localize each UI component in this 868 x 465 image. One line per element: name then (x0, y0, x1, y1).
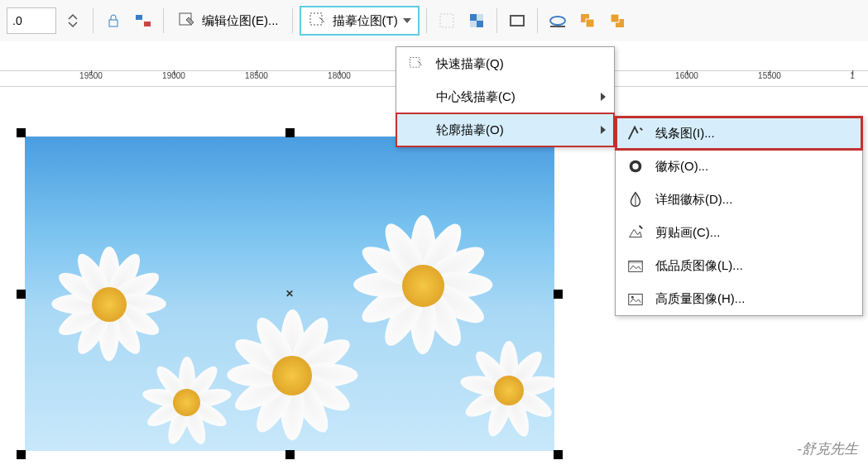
svg-rect-5 (440, 14, 453, 27)
selection-handle[interactable] (285, 128, 295, 137)
rectangle-icon[interactable] (504, 7, 530, 34)
menu-item-label: 低品质图像(L)... (655, 258, 743, 274)
wrap-icon[interactable] (544, 7, 571, 34)
menu-item-label: 中心线描摹(C) (436, 89, 516, 105)
menu-quick-trace[interactable]: 快速描摹(Q) (396, 47, 614, 80)
logo-icon (626, 156, 645, 176)
menu-item-label: 快速描摹(Q) (436, 56, 504, 72)
watermark: -舒克先生 (797, 439, 858, 458)
menu-item-label: 详细徽标(D)... (655, 192, 732, 208)
selected-image[interactable]: ✕ (25, 137, 554, 451)
menu-item-label: 徽标(O)... (655, 159, 708, 175)
trace-bitmap-label: 描摹位图(T) (333, 13, 398, 29)
selection-center-icon: ✕ (285, 288, 294, 300)
svg-rect-16 (611, 14, 619, 22)
high-quality-icon (626, 289, 645, 309)
svg-rect-2 (144, 22, 151, 26)
svg-rect-1 (136, 15, 142, 20)
menu-item-label: 剪贴画(C)... (655, 225, 720, 241)
selection-handle[interactable] (285, 450, 295, 459)
lock-icon[interactable] (100, 7, 127, 34)
svg-rect-22 (629, 261, 643, 264)
submenu-logo[interactable]: 徽标(O)... (616, 150, 862, 183)
menu-item-label: 轮廓描摹(O) (436, 122, 504, 138)
submenu-arrow-icon (601, 93, 606, 101)
edit-bitmap-button[interactable]: 编辑位图(E)... (170, 7, 285, 34)
svg-rect-10 (511, 16, 524, 26)
edit-bitmap-label: 编辑位图(E)... (202, 13, 279, 29)
submenu-arrow-icon (601, 126, 606, 134)
detailed-logo-icon (626, 189, 645, 209)
menu-item-label: 线条图(I)... (655, 126, 715, 141)
low-quality-icon (626, 256, 645, 276)
toolbar: 编辑位图(E)... 描摹位图(T) (0, 0, 868, 41)
menu-item-label: 高质量图像(H)... (655, 291, 745, 307)
svg-rect-7 (477, 21, 483, 27)
svg-rect-0 (109, 20, 117, 26)
align-icon[interactable] (130, 7, 156, 34)
clipart-icon (626, 223, 645, 242)
trace-bitmap-menu: 快速描摹(Q) 中心线描摹(C) 轮廓描摹(O) (396, 46, 615, 147)
submenu-low-quality[interactable]: 低品质图像(L)... (616, 249, 862, 282)
svg-point-11 (550, 17, 565, 25)
selection-handle[interactable] (554, 450, 563, 459)
shape-front-icon[interactable] (574, 7, 601, 34)
menu-outline-trace[interactable]: 轮廓描摹(O) (396, 113, 614, 146)
svg-rect-14 (586, 19, 594, 27)
trace-bitmap-dropdown[interactable]: 描摹位图(T) (300, 6, 420, 36)
value-input[interactable] (7, 7, 56, 34)
selection-handle[interactable] (17, 128, 26, 137)
svg-point-24 (631, 296, 634, 299)
svg-rect-9 (470, 21, 477, 27)
crop-tool-icon (434, 7, 460, 34)
menu-centerline-trace[interactable]: 中心线描摹(C) (396, 80, 614, 113)
svg-point-19 (632, 163, 638, 169)
submenu-line-art[interactable]: 线条图(I)... (616, 117, 862, 150)
submenu-detailed-logo[interactable]: 详细徽标(D)... (616, 183, 862, 216)
shape-back-icon[interactable] (604, 7, 631, 34)
svg-rect-4 (310, 13, 322, 25)
svg-rect-17 (410, 58, 420, 68)
svg-rect-6 (470, 14, 477, 21)
selection-handle[interactable] (554, 290, 563, 299)
line-art-icon (626, 123, 645, 143)
selection-handle[interactable] (17, 290, 26, 299)
spinner-up-down[interactable] (60, 7, 86, 34)
svg-rect-23 (629, 295, 643, 305)
chevron-down-icon (403, 18, 411, 23)
selection-handle[interactable] (17, 450, 26, 459)
outline-trace-submenu: 线条图(I)... 徽标(O)... 详细徽标(D)... 剪贴画(C)... … (615, 116, 863, 316)
submenu-high-quality[interactable]: 高质量图像(H)... (616, 282, 862, 315)
quick-trace-icon (406, 54, 426, 74)
svg-rect-8 (477, 14, 483, 21)
submenu-clipart[interactable]: 剪贴画(C)... (616, 216, 862, 249)
transparency-icon[interactable] (463, 7, 490, 34)
